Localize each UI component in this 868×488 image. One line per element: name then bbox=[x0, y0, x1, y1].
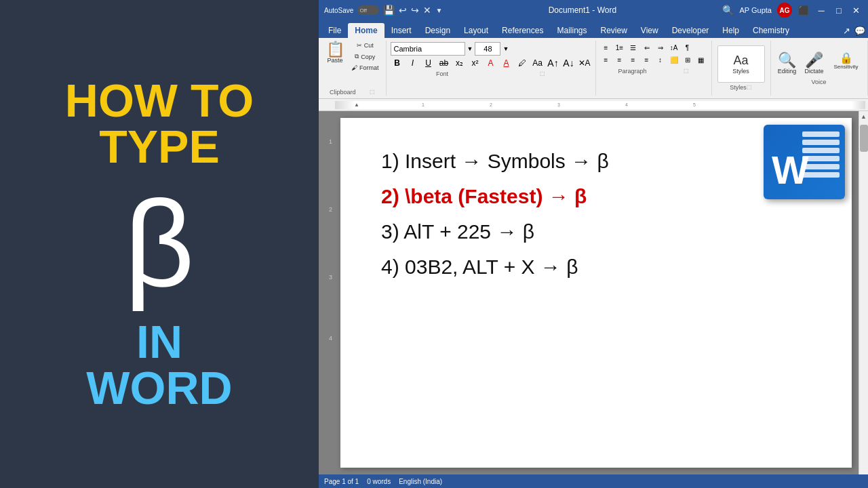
align-left-button[interactable]: ≡ bbox=[600, 54, 612, 65]
multilevel-button[interactable]: ☰ bbox=[627, 42, 639, 53]
font-color-button[interactable]: A bbox=[500, 57, 513, 69]
borders-button[interactable]: ⊞ bbox=[682, 54, 694, 65]
sort-button[interactable]: ↕A bbox=[668, 42, 680, 53]
tab-developer[interactable]: Developer bbox=[665, 23, 716, 38]
tab-insert[interactable]: Insert bbox=[384, 23, 418, 38]
increase-font-button[interactable]: A↑ bbox=[547, 57, 560, 69]
title-bar-left: AutoSave Off 💾 ↩ ↪ ✕ ▼ bbox=[324, 5, 442, 16]
tab-help[interactable]: Help bbox=[715, 23, 746, 38]
bullets-button[interactable]: ≡ bbox=[600, 42, 612, 53]
ruler: ▲ 1 2 3 4 5 bbox=[319, 99, 868, 111]
word-line-3 bbox=[802, 148, 840, 153]
styles-group-label: Styles bbox=[730, 84, 747, 91]
document-page[interactable]: W 1) Insert → Symbols → β 2) \beta (Fast… bbox=[340, 118, 852, 468]
tab-chemistry[interactable]: Chemistry bbox=[746, 23, 796, 38]
word-line-4 bbox=[802, 156, 840, 161]
in-word-heading: IN WORD bbox=[86, 319, 232, 411]
scroll-up-button[interactable]: ▲ bbox=[859, 111, 869, 122]
word-line-5 bbox=[802, 164, 840, 169]
tab-view[interactable]: View bbox=[634, 23, 665, 38]
change-case-button[interactable]: Aa bbox=[531, 57, 545, 69]
maximize-button[interactable]: □ bbox=[833, 4, 845, 16]
clear-format-button[interactable]: ✕A bbox=[578, 57, 591, 69]
line-spacing-button[interactable]: ↕ bbox=[654, 54, 667, 65]
strikethrough-button[interactable]: ab bbox=[437, 57, 451, 69]
vertical-scrollbar[interactable]: ▲ bbox=[859, 111, 868, 474]
decrease-indent-button[interactable]: ⇐ bbox=[641, 42, 653, 53]
title-bar: AutoSave Off 💾 ↩ ↪ ✕ ▼ Document1 - Word … bbox=[319, 0, 868, 20]
tab-references[interactable]: References bbox=[495, 23, 550, 38]
dictate-button[interactable]: 🎤 Dictate bbox=[802, 52, 827, 76]
subscript-button[interactable]: x₂ bbox=[453, 57, 467, 69]
justify-button[interactable]: ≡ bbox=[641, 54, 653, 65]
increase-indent-button[interactable]: ⇒ bbox=[654, 42, 667, 53]
paragraph-expand[interactable]: ⬚ bbox=[684, 68, 689, 75]
tab-design[interactable]: Design bbox=[418, 23, 457, 38]
microphone-icon: 🎤 bbox=[805, 53, 823, 68]
page-num-4: 4 bbox=[329, 335, 332, 342]
font-group-label: Font bbox=[436, 70, 448, 77]
highlight-button[interactable]: 🖊 bbox=[515, 57, 529, 69]
styles-button[interactable]: Aa Styles bbox=[717, 45, 765, 83]
document-title: Document1 - Word bbox=[549, 5, 616, 15]
search-icon[interactable]: 🔍 bbox=[722, 5, 734, 16]
method-2-line: 2) \beta (Fastest) → β bbox=[381, 180, 811, 213]
font-size-input[interactable] bbox=[475, 42, 500, 56]
tab-home[interactable]: Home bbox=[348, 23, 384, 38]
tab-layout[interactable]: Layout bbox=[457, 23, 495, 38]
undo-icon[interactable]: ↩ bbox=[399, 5, 407, 16]
page-num-1: 1 bbox=[329, 138, 332, 145]
styles-expand[interactable]: ⬚ bbox=[747, 84, 752, 91]
share-icon[interactable]: ↗ bbox=[843, 26, 850, 36]
word-logo: W bbox=[764, 125, 845, 199]
decrease-font-button[interactable]: A↓ bbox=[562, 57, 576, 69]
autosave-toggle[interactable]: Off bbox=[357, 5, 379, 15]
user-avatar[interactable]: AG bbox=[777, 3, 792, 18]
align-center-button[interactable]: ≡ bbox=[614, 54, 626, 65]
document-content[interactable]: 1) Insert → Symbols → β 2) \beta (Fastes… bbox=[381, 145, 811, 283]
bold-button[interactable]: B bbox=[391, 57, 404, 69]
copy-button[interactable]: ⧉Copy bbox=[349, 52, 382, 62]
close-draft-icon[interactable]: ✕ bbox=[423, 5, 431, 16]
underline-button[interactable]: U bbox=[422, 57, 435, 69]
minimize-button[interactable]: ─ bbox=[815, 4, 827, 16]
save-icon[interactable]: 💾 bbox=[383, 5, 395, 16]
shading-button[interactable]: 🟨 bbox=[668, 54, 680, 65]
format-painter-button[interactable]: 🖌Format bbox=[349, 63, 382, 73]
tab-file[interactable]: File bbox=[321, 23, 348, 38]
ribbon-tab-bar: File Home Insert Design Layout Reference… bbox=[319, 20, 868, 38]
paste-button[interactable]: 📋 Paste bbox=[323, 41, 347, 65]
text-effects-button[interactable]: A bbox=[484, 57, 498, 69]
cut-icon: ✂ bbox=[357, 42, 362, 49]
font-name-input[interactable] bbox=[391, 42, 465, 56]
beta-symbol-display: β bbox=[124, 183, 195, 305]
dropdown-icon[interactable]: ▼ bbox=[435, 7, 442, 14]
redo-icon[interactable]: ↪ bbox=[411, 5, 419, 16]
editing-button[interactable]: 🔍 Editing bbox=[775, 52, 800, 76]
show-formatting-button[interactable]: ¶ bbox=[682, 42, 694, 53]
sensitivity-icon: 🔒 bbox=[840, 53, 853, 64]
cut-button[interactable]: ✂Cut bbox=[349, 41, 382, 50]
clipboard-expand[interactable]: ⬚ bbox=[370, 89, 375, 96]
comments-icon[interactable]: 💬 bbox=[854, 26, 865, 36]
italic-button[interactable]: I bbox=[406, 57, 420, 69]
superscript-button[interactable]: x² bbox=[469, 57, 482, 69]
font-name-dropdown-icon[interactable]: ▼ bbox=[467, 45, 473, 52]
voice-group: 🔍 Editing 🎤 Dictate 🔒 Sensitivity Voice bbox=[771, 41, 868, 96]
word-line-2 bbox=[802, 140, 840, 145]
numbering-button[interactable]: 1≡ bbox=[614, 42, 626, 53]
sensitivity-button[interactable]: 🔒 Sensitivity bbox=[829, 52, 863, 71]
copy-icon: ⧉ bbox=[355, 53, 359, 60]
ribbon-display-icon[interactable]: ⬛ bbox=[797, 4, 810, 16]
tab-review[interactable]: Review bbox=[593, 23, 633, 38]
font-expand[interactable]: ⬚ bbox=[540, 70, 545, 77]
voice-group-label: Voice bbox=[812, 79, 827, 85]
font-size-dropdown-icon[interactable]: ▼ bbox=[502, 45, 509, 52]
window-close-button[interactable]: ✕ bbox=[850, 4, 863, 16]
align-right-button[interactable]: ≡ bbox=[627, 54, 639, 65]
scroll-thumb[interactable] bbox=[860, 125, 868, 152]
word-logo-container: W bbox=[764, 125, 845, 199]
autosave-label: AutoSave bbox=[324, 7, 353, 14]
columns-button[interactable]: ▦ bbox=[695, 54, 707, 65]
tab-mailings[interactable]: Mailings bbox=[550, 23, 593, 38]
